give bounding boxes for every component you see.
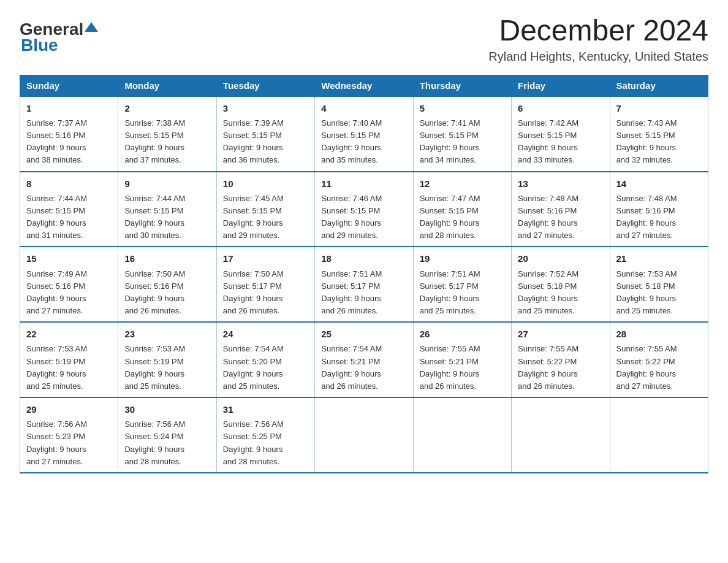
day-number: 1 [26, 101, 112, 115]
week-row-4: 22Sunrise: 7:53 AMSunset: 5:19 PMDayligh… [20, 322, 708, 397]
calendar-cell: 28Sunrise: 7:55 AMSunset: 5:22 PMDayligh… [610, 322, 708, 397]
day-info: Sunrise: 7:47 AMSunset: 5:15 PMDaylight:… [420, 194, 480, 240]
day-number: 7 [616, 101, 702, 115]
calendar-cell [315, 397, 413, 473]
day-number: 14 [616, 177, 702, 191]
day-number: 15 [26, 251, 112, 266]
day-number: 4 [321, 101, 406, 115]
day-info: Sunrise: 7:52 AMSunset: 5:18 PMDaylight:… [518, 269, 578, 315]
day-number: 19 [420, 251, 505, 266]
calendar-cell: 8Sunrise: 7:44 AMSunset: 5:15 PMDaylight… [20, 172, 118, 247]
week-row-2: 8Sunrise: 7:44 AMSunset: 5:15 PMDaylight… [20, 172, 708, 247]
day-number: 2 [124, 101, 210, 115]
calendar-cell: 11Sunrise: 7:46 AMSunset: 5:15 PMDayligh… [315, 172, 413, 247]
day-number: 27 [518, 327, 603, 341]
calendar-cell: 7Sunrise: 7:43 AMSunset: 5:15 PMDaylight… [610, 96, 708, 172]
header-sunday: Sunday [20, 75, 118, 96]
day-number: 31 [223, 402, 308, 416]
calendar-cell [413, 397, 511, 473]
calendar-cell: 9Sunrise: 7:44 AMSunset: 5:15 PMDaylight… [118, 172, 216, 247]
calendar-cell: 23Sunrise: 7:53 AMSunset: 5:19 PMDayligh… [118, 322, 216, 397]
calendar-cell: 4Sunrise: 7:40 AMSunset: 5:15 PMDaylight… [315, 96, 413, 172]
day-number: 10 [223, 177, 308, 191]
day-number: 28 [616, 327, 702, 341]
calendar-cell [610, 397, 708, 473]
week-row-1: 1Sunrise: 7:37 AMSunset: 5:16 PMDaylight… [20, 96, 708, 172]
calendar-cell: 25Sunrise: 7:54 AMSunset: 5:21 PMDayligh… [315, 322, 413, 397]
day-number: 18 [321, 251, 406, 266]
calendar-cell [512, 397, 610, 473]
day-number: 21 [616, 251, 702, 266]
calendar-cell: 19Sunrise: 7:51 AMSunset: 5:17 PMDayligh… [413, 247, 511, 322]
day-info: Sunrise: 7:56 AMSunset: 5:23 PMDaylight:… [26, 419, 87, 465]
calendar-cell: 12Sunrise: 7:47 AMSunset: 5:15 PMDayligh… [413, 172, 511, 247]
day-number: 26 [420, 327, 505, 341]
calendar-cell: 26Sunrise: 7:55 AMSunset: 5:21 PMDayligh… [413, 322, 511, 397]
header-wednesday: Wednesday [315, 75, 413, 96]
calendar-cell: 27Sunrise: 7:55 AMSunset: 5:22 PMDayligh… [512, 322, 610, 397]
day-info: Sunrise: 7:40 AMSunset: 5:15 PMDaylight:… [321, 118, 382, 164]
day-number: 20 [518, 251, 603, 266]
calendar-cell: 1Sunrise: 7:37 AMSunset: 5:16 PMDaylight… [20, 96, 118, 172]
day-info: Sunrise: 7:53 AMSunset: 5:18 PMDaylight:… [616, 269, 677, 315]
header-friday: Friday [512, 75, 610, 96]
day-number: 13 [518, 177, 603, 191]
calendar-cell: 15Sunrise: 7:49 AMSunset: 5:16 PMDayligh… [20, 247, 118, 322]
day-number: 6 [518, 101, 603, 115]
day-number: 25 [321, 327, 406, 341]
day-number: 9 [124, 177, 210, 191]
calendar-cell: 17Sunrise: 7:50 AMSunset: 5:17 PMDayligh… [216, 247, 314, 322]
calendar-cell: 18Sunrise: 7:51 AMSunset: 5:17 PMDayligh… [315, 247, 413, 322]
day-info: Sunrise: 7:51 AMSunset: 5:17 PMDaylight:… [420, 269, 480, 315]
day-info: Sunrise: 7:46 AMSunset: 5:15 PMDaylight:… [321, 194, 382, 240]
week-row-3: 15Sunrise: 7:49 AMSunset: 5:16 PMDayligh… [20, 247, 708, 322]
calendar-cell: 30Sunrise: 7:56 AMSunset: 5:24 PMDayligh… [118, 397, 216, 473]
day-info: Sunrise: 7:56 AMSunset: 5:24 PMDaylight:… [124, 419, 185, 465]
day-number: 16 [124, 251, 210, 266]
day-number: 12 [420, 177, 505, 191]
calendar-cell: 21Sunrise: 7:53 AMSunset: 5:18 PMDayligh… [610, 247, 708, 322]
day-info: Sunrise: 7:48 AMSunset: 5:16 PMDaylight:… [616, 194, 677, 240]
calendar-cell: 5Sunrise: 7:41 AMSunset: 5:15 PMDaylight… [413, 96, 511, 172]
day-number: 8 [26, 177, 112, 191]
calendar-cell: 3Sunrise: 7:39 AMSunset: 5:15 PMDaylight… [216, 96, 314, 172]
calendar-cell: 31Sunrise: 7:56 AMSunset: 5:25 PMDayligh… [216, 397, 314, 473]
header-monday: Monday [118, 75, 216, 96]
day-info: Sunrise: 7:54 AMSunset: 5:21 PMDaylight:… [321, 344, 382, 390]
calendar-table: SundayMondayTuesdayWednesdayThursdayFrid… [20, 75, 708, 473]
title-area: December 2024 Ryland Heights, Kentucky, … [488, 15, 708, 64]
day-info: Sunrise: 7:55 AMSunset: 5:21 PMDaylight:… [420, 344, 480, 390]
calendar-cell: 22Sunrise: 7:53 AMSunset: 5:19 PMDayligh… [20, 322, 118, 397]
calendar-cell: 10Sunrise: 7:45 AMSunset: 5:15 PMDayligh… [216, 172, 314, 247]
day-number: 23 [124, 327, 210, 341]
day-number: 11 [321, 177, 406, 191]
logo: General Blue [20, 20, 98, 55]
location-title: Ryland Heights, Kentucky, United States [488, 50, 708, 64]
calendar-cell: 6Sunrise: 7:42 AMSunset: 5:15 PMDaylight… [512, 96, 610, 172]
calendar-cell: 16Sunrise: 7:50 AMSunset: 5:16 PMDayligh… [118, 247, 216, 322]
header-saturday: Saturday [610, 75, 708, 96]
day-info: Sunrise: 7:48 AMSunset: 5:16 PMDaylight:… [518, 194, 578, 240]
day-info: Sunrise: 7:56 AMSunset: 5:25 PMDaylight:… [223, 419, 284, 465]
svg-marker-0 [85, 22, 98, 32]
day-info: Sunrise: 7:51 AMSunset: 5:17 PMDaylight:… [321, 269, 382, 315]
day-info: Sunrise: 7:44 AMSunset: 5:15 PMDaylight:… [26, 194, 87, 240]
day-info: Sunrise: 7:43 AMSunset: 5:15 PMDaylight:… [616, 118, 677, 164]
calendar-cell: 24Sunrise: 7:54 AMSunset: 5:20 PMDayligh… [216, 322, 314, 397]
day-info: Sunrise: 7:41 AMSunset: 5:15 PMDaylight:… [420, 118, 480, 164]
header-tuesday: Tuesday [216, 75, 314, 96]
day-info: Sunrise: 7:55 AMSunset: 5:22 PMDaylight:… [518, 344, 578, 390]
month-title: December 2024 [488, 15, 708, 47]
logo-blue-text: Blue [21, 36, 58, 55]
header-thursday: Thursday [413, 75, 511, 96]
calendar-cell: 29Sunrise: 7:56 AMSunset: 5:23 PMDayligh… [20, 397, 118, 473]
day-number: 3 [223, 101, 308, 115]
header-row: SundayMondayTuesdayWednesdayThursdayFrid… [20, 75, 708, 96]
day-info: Sunrise: 7:45 AMSunset: 5:15 PMDaylight:… [223, 194, 284, 240]
day-info: Sunrise: 7:53 AMSunset: 5:19 PMDaylight:… [26, 344, 87, 390]
calendar-cell: 2Sunrise: 7:38 AMSunset: 5:15 PMDaylight… [118, 96, 216, 172]
day-info: Sunrise: 7:37 AMSunset: 5:16 PMDaylight:… [26, 118, 87, 164]
calendar-cell: 20Sunrise: 7:52 AMSunset: 5:18 PMDayligh… [512, 247, 610, 322]
day-number: 30 [124, 402, 210, 416]
day-number: 22 [26, 327, 112, 341]
